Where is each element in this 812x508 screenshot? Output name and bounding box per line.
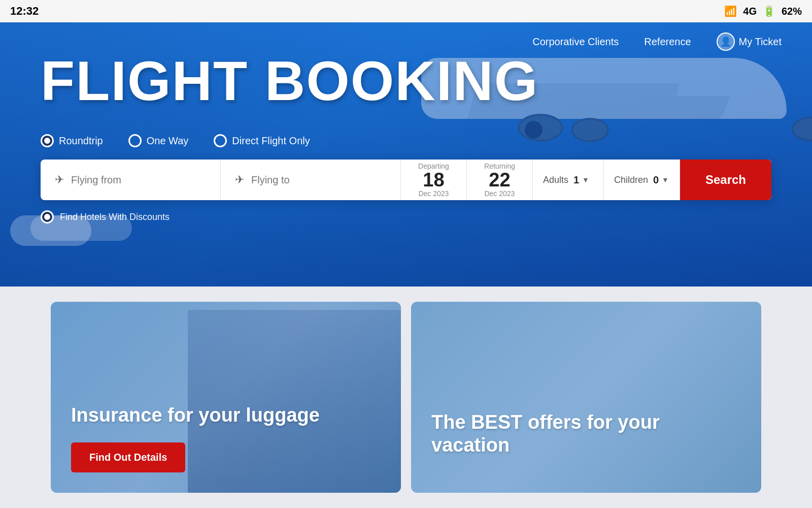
flying-from-field[interactable]: ✈ — [41, 160, 221, 200]
engine-1 — [518, 114, 563, 142]
engine-2 — [571, 118, 609, 142]
departing-day: 18 — [423, 170, 444, 189]
network-label: 4G — [743, 6, 757, 17]
engine-3 — [792, 116, 812, 142]
returning-day: 22 — [489, 170, 510, 189]
flying-from-input[interactable] — [71, 174, 206, 186]
airplane-wing-back — [630, 96, 730, 119]
status-bar: 12:32 📶 4G 🔋 62% — [0, 0, 812, 22]
children-field[interactable]: Children 0 ▼ — [604, 160, 680, 200]
insurance-card-title: Insurance for your luggage — [71, 404, 381, 427]
roundtrip-radio[interactable] — [41, 134, 54, 147]
hotel-check-circle — [41, 210, 54, 224]
roundtrip-dot — [44, 138, 50, 144]
wifi-icon: 📶 — [724, 5, 737, 17]
direct-option[interactable]: Direct Flight Only — [214, 134, 310, 147]
corporative-clients-link[interactable]: Corporative Clients — [532, 36, 619, 48]
adults-dropdown-arrow: ▼ — [582, 176, 589, 184]
adults-select[interactable]: 1 ▼ — [573, 174, 589, 186]
time: 12:32 — [10, 5, 39, 18]
roundtrip-option[interactable]: Roundtrip — [41, 134, 103, 147]
offers-card-content: The BEST offers for your vacation — [431, 411, 741, 472]
status-indicators: 📶 4G 🔋 62% — [724, 5, 802, 17]
oneway-radio[interactable] — [128, 134, 142, 147]
battery-level: 62% — [782, 6, 802, 17]
hero-content: FLIGHT BOOKING — [41, 53, 538, 109]
children-select[interactable]: 0 ▼ — [653, 174, 669, 186]
reference-link[interactable]: Reference — [644, 36, 691, 48]
flying-to-input[interactable] — [251, 174, 386, 186]
user-icon: 👤 — [717, 33, 735, 51]
hero-title: FLIGHT BOOKING — [41, 53, 538, 109]
adults-label: Adults — [543, 175, 568, 185]
hotel-check-label: Find Hotels With Discounts — [60, 212, 170, 223]
my-ticket-label: My Ticket — [739, 36, 782, 48]
flying-to-field[interactable]: ✈ — [221, 160, 401, 200]
navigation: Corporative Clients Reference 👤 My Ticke… — [532, 33, 782, 51]
offers-card: The BEST offers for your vacation — [411, 302, 761, 493]
oneway-label: One Way — [147, 135, 189, 147]
direct-radio[interactable] — [214, 134, 227, 147]
returning-month: Dec 2023 — [484, 189, 515, 198]
insurance-card-content: Insurance for your luggage Find Out Deta… — [71, 404, 381, 472]
direct-label: Direct Flight Only — [232, 135, 310, 147]
battery-icon: 🔋 — [763, 5, 775, 17]
hero-section: Corporative Clients Reference 👤 My Ticke… — [0, 22, 812, 287]
offers-card-title: The BEST offers for your vacation — [431, 411, 741, 457]
plane-landing-icon: ✈ — [235, 173, 244, 186]
children-label: Children — [614, 175, 648, 185]
plane-takeoff-icon: ✈ — [55, 173, 64, 186]
returning-field[interactable]: Returning 22 Dec 2023 — [467, 160, 533, 200]
hotel-checkbox[interactable]: Find Hotels With Discounts — [41, 210, 170, 224]
search-button[interactable]: Search — [680, 160, 771, 200]
flight-options: Roundtrip One Way Direct Flight Only — [41, 134, 310, 147]
find-out-details-button[interactable]: Find Out Details — [71, 442, 185, 472]
adults-value: 1 — [573, 174, 579, 186]
cards-section: Insurance for your luggage Find Out Deta… — [0, 287, 812, 508]
search-bar: ✈ ✈ Departing 18 Dec 2023 Returning 22 D… — [41, 160, 771, 200]
hotel-check-dot — [44, 214, 50, 220]
children-dropdown-arrow: ▼ — [662, 176, 669, 184]
insurance-card: Insurance for your luggage Find Out Deta… — [51, 302, 401, 493]
roundtrip-label: Roundtrip — [59, 135, 103, 147]
adults-field[interactable]: Adults 1 ▼ — [533, 160, 604, 200]
children-value: 0 — [653, 174, 659, 186]
departing-field[interactable]: Departing 18 Dec 2023 — [401, 160, 467, 200]
my-ticket-button[interactable]: 👤 My Ticket — [717, 33, 782, 51]
oneway-option[interactable]: One Way — [128, 134, 189, 147]
departing-month: Dec 2023 — [418, 189, 449, 198]
